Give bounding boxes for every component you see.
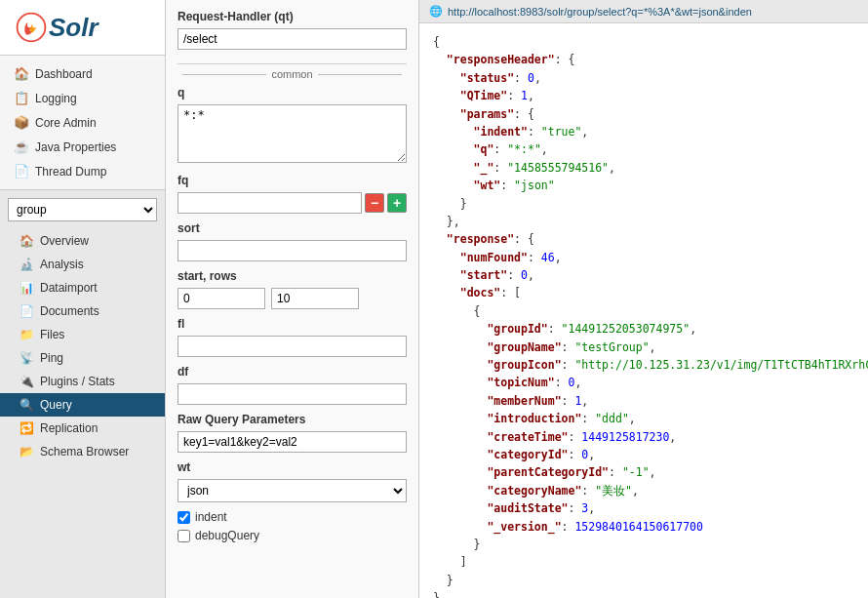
sidebar-item-overview[interactable]: 🏠 Overview: [0, 229, 165, 253]
sidebar-item-documents[interactable]: 📄 Documents: [0, 299, 165, 323]
sidebar-item-files[interactable]: 📁 Files: [0, 323, 165, 346]
sidebar-item-java-properties-label: Java Properties: [35, 140, 116, 154]
sidebar-item-query[interactable]: 🔍 Query: [0, 393, 165, 417]
wt-label: wt: [178, 460, 407, 474]
sidebar-item-overview-label: Overview: [40, 234, 89, 248]
sidebar-item-dataimport[interactable]: 📊 Dataimport: [0, 276, 165, 299]
solr-logo-icon: [14, 10, 49, 45]
sidebar-item-logging[interactable]: 📋 Logging: [0, 86, 165, 110]
sidebar-item-ping[interactable]: 📡 Ping: [0, 346, 165, 370]
logo-area: Solr: [0, 0, 165, 56]
schema-browser-icon: 📂: [20, 445, 34, 458]
url-bar-icon: 🌐: [429, 5, 443, 18]
df-input[interactable]: [178, 383, 407, 405]
analysis-icon: 🔬: [20, 258, 34, 271]
core-select[interactable]: group: [8, 198, 157, 221]
debug-query-row: debugQuery: [178, 529, 407, 542]
fl-input[interactable]: [178, 336, 407, 357]
q-input[interactable]: *:*: [178, 104, 407, 163]
replication-icon: 🔁: [20, 421, 34, 435]
sidebar-item-dashboard[interactable]: 🏠 Dashboard: [0, 61, 165, 86]
sidebar-item-java-properties[interactable]: ☕ Java Properties: [0, 135, 165, 159]
core-sub-items: 🏠 Overview 🔬 Analysis 📊 Dataimport 📄 Doc…: [0, 225, 165, 467]
core-select-wrap: group: [0, 190, 165, 225]
raw-query-label: Raw Query Parameters: [178, 413, 407, 426]
indent-checkbox[interactable]: [178, 511, 190, 524]
wt-select[interactable]: json xml python ruby php csv: [178, 479, 407, 502]
fq-row: − +: [178, 192, 407, 214]
sidebar-item-schema-browser-label: Schema Browser: [40, 445, 129, 458]
url-text: http://localhost:8983/solr/group/select?…: [448, 6, 752, 18]
wt-row: json xml python ruby php csv: [178, 479, 407, 502]
query-panel: Request-Handler (qt) common q *:* fq − +…: [166, 0, 419, 598]
sidebar-item-query-label: Query: [40, 398, 72, 412]
sidebar-item-logging-label: Logging: [35, 92, 77, 105]
debug-query-checkbox[interactable]: [178, 530, 190, 542]
main-content: Request-Handler (qt) common q *:* fq − +…: [166, 0, 868, 598]
query-icon: 🔍: [20, 398, 34, 412]
sidebar: Solr 🏠 Dashboard 📋 Logging 📦 Core Admin …: [0, 0, 166, 598]
sidebar-item-analysis-label: Analysis: [40, 258, 84, 271]
indent-row: indent: [178, 510, 407, 524]
rows-input[interactable]: [271, 288, 359, 309]
core-admin-icon: 📦: [14, 115, 29, 130]
start-rows-label: start, rows: [178, 269, 407, 283]
logging-icon: 📋: [14, 91, 29, 105]
sort-label: sort: [178, 221, 407, 235]
raw-query-input[interactable]: [178, 431, 407, 453]
documents-icon: 📄: [20, 304, 34, 318]
fq-input[interactable]: [178, 192, 362, 214]
sidebar-item-core-admin[interactable]: 📦 Core Admin: [0, 110, 165, 135]
sidebar-nav: 🏠 Dashboard 📋 Logging 📦 Core Admin ☕ Jav…: [0, 56, 165, 190]
handler-label: Request-Handler (qt): [178, 10, 407, 23]
common-section: common: [178, 63, 407, 80]
debug-query-label: debugQuery: [195, 529, 259, 542]
response-panel: 🌐 http://localhost:8983/solr/group/selec…: [419, 0, 868, 598]
url-bar: 🌐 http://localhost:8983/solr/group/selec…: [419, 0, 868, 23]
logo-text: Solr: [49, 13, 99, 43]
plugins-stats-icon: 🔌: [20, 375, 34, 388]
indent-label: indent: [195, 510, 227, 524]
sidebar-item-dashboard-label: Dashboard: [35, 67, 93, 81]
sidebar-item-thread-dump[interactable]: 📄 Thread Dump: [0, 159, 165, 183]
sidebar-item-analysis[interactable]: 🔬 Analysis: [0, 253, 165, 276]
sidebar-item-replication-label: Replication: [40, 421, 98, 435]
handler-input[interactable]: [178, 28, 407, 50]
start-rows-row: [178, 288, 407, 309]
df-label: df: [178, 365, 407, 379]
dataimport-icon: 📊: [20, 281, 34, 295]
fl-label: fl: [178, 317, 407, 331]
sidebar-item-plugins-stats[interactable]: 🔌 Plugins / Stats: [0, 370, 165, 393]
sidebar-item-schema-browser[interactable]: 📂 Schema Browser: [0, 440, 165, 463]
start-input[interactable]: [178, 288, 265, 309]
response-body: { "responseHeader": { "status": 0, "QTim…: [419, 23, 868, 598]
sidebar-item-documents-label: Documents: [40, 304, 99, 318]
fq-minus-button[interactable]: −: [365, 193, 384, 213]
fq-label: fq: [178, 174, 407, 187]
sidebar-item-thread-dump-label: Thread Dump: [35, 165, 106, 179]
dashboard-icon: 🏠: [14, 66, 29, 81]
sidebar-item-ping-label: Ping: [40, 351, 63, 365]
fq-plus-button[interactable]: +: [387, 193, 407, 213]
q-label: q: [178, 86, 407, 100]
ping-icon: 📡: [20, 351, 34, 365]
thread-dump-icon: 📄: [14, 164, 29, 179]
sort-input[interactable]: [178, 240, 407, 261]
sidebar-item-replication[interactable]: 🔁 Replication: [0, 417, 165, 440]
sidebar-item-dataimport-label: Dataimport: [40, 281, 98, 295]
java-properties-icon: ☕: [14, 140, 29, 154]
files-icon: 📁: [20, 328, 34, 341]
sidebar-item-files-label: Files: [40, 328, 64, 341]
sidebar-item-plugins-stats-label: Plugins / Stats: [40, 375, 115, 388]
sidebar-item-core-admin-label: Core Admin: [35, 116, 97, 130]
overview-icon: 🏠: [20, 234, 34, 248]
